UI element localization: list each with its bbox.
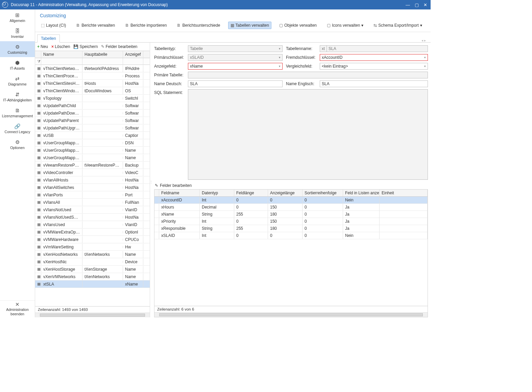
lbl-tablename: Tabellenname:	[286, 46, 316, 51]
fields-header: Feldname Datentyp Feldlänge Anzeigelänge…	[154, 190, 428, 197]
table-row[interactable]: ▦vThinClientWindowsDo...tDocuWindowsOS	[35, 87, 150, 95]
toolbar-tabellen-verwalten[interactable]: ▦Tabellen verwalten	[228, 22, 271, 29]
name-de-field[interactable]: SLA	[188, 80, 283, 87]
toolbar-schema-export-import[interactable]: ⇆Schema Export/Import ▾	[371, 22, 424, 29]
chevron-down-icon: ▾	[361, 23, 363, 28]
sql-textarea[interactable]	[188, 89, 428, 180]
col-name[interactable]: Name	[41, 51, 82, 58]
save-button[interactable]: 💾Speichern	[73, 44, 98, 49]
field-row[interactable]: xHoursDecimal01500Ja	[154, 204, 428, 211]
table-row[interactable]: ▦vXenVMNetworkstXenNetworksName	[35, 273, 150, 280]
delete-button[interactable]: ×Löschen	[51, 44, 70, 49]
minimize-button[interactable]: —	[406, 2, 410, 7]
tab-tabellen[interactable]: Tabellen	[37, 34, 60, 43]
table-row[interactable]: ▦vUpdatePathDowngradeSoftwar	[35, 109, 150, 117]
tablename-field[interactable]: xtSLA	[320, 45, 428, 52]
prim-field[interactable]	[188, 72, 428, 78]
table-row[interactable]: ▦vVeeamRestorePointtVeeamRestorePointBac…	[35, 162, 150, 169]
splitter[interactable]	[150, 43, 151, 317]
sidebar-item-it-assets[interactable]: ⬢IT-Assets	[0, 57, 35, 73]
sidebar-item-allgemein[interactable]: ⊞Allgemein	[0, 9, 35, 25]
sidebar-item-optionen[interactable]: ⚙Optionen	[0, 137, 35, 152]
table-row[interactable]: ▦vXenHostNetworkstXenNetworksName	[35, 251, 150, 258]
tables-header: Name Haupttabelle Anzeigef	[35, 51, 150, 58]
table-icon: ▦	[35, 281, 41, 287]
name-en-field[interactable]: SLA	[320, 80, 428, 87]
edit-fields-button[interactable]: ✎Felder bearbeiten	[101, 44, 137, 49]
type-select[interactable]: Tabelle▾	[188, 45, 283, 52]
tables-body[interactable]: ▦vThinClientNetworkIPtNetworkIPAddressIP…	[35, 65, 150, 306]
table-row[interactable]: ▦vUserGroupMappingsF...Name	[35, 154, 150, 162]
table-row[interactable]: ▦vVmWareSettingHw	[35, 243, 150, 251]
maximize-button[interactable]: ▢	[415, 2, 419, 7]
edit-fields-link[interactable]: ✎ Felder bearbeiten	[154, 180, 428, 189]
col-main[interactable]: Haupttabelle	[82, 51, 123, 58]
field-row[interactable]: xResponsibleString2551800Ja	[154, 225, 428, 232]
toolbar-icon: ⇆	[373, 23, 377, 28]
table-row[interactable]: ▦vVMWareExtraOptionsOptionI	[35, 228, 150, 236]
fields-body[interactable]: xAccountIDInt000NeinxHoursDecimal01500Ja…	[154, 197, 428, 306]
pk-select[interactable]: xSLAID▾	[188, 54, 283, 61]
table-row[interactable]: ▦vVlansNotUsedSwitchesHostNa	[35, 214, 150, 221]
table-row[interactable]: ▦vVlansAllFullNan	[35, 199, 150, 206]
field-row[interactable]: xPriorityInt01500Ja	[154, 218, 428, 225]
table-row[interactable]: ▦vVlanPortsPort	[35, 191, 150, 199]
table-row[interactable]: ▦vXenHostStoragetXenStorageName	[35, 266, 150, 273]
sidebar-item-it-abhängigkeiten[interactable]: ⇵IT-Abhängigkeiten	[0, 89, 35, 105]
sidebar-item-inventar[interactable]: 🗄Inventar	[0, 25, 35, 41]
table-row[interactable]: ▦vVlansUsedVlanID	[35, 221, 150, 228]
disp-select[interactable]: xName▾	[188, 63, 283, 70]
table-row[interactable]: ▦vVMWareHardwareCPUCo	[35, 236, 150, 243]
sidebar-close[interactable]: ✕ Administration beenden	[0, 300, 35, 317]
fk-select[interactable]: xAccountID▾	[320, 54, 428, 61]
col-disp[interactable]: Anzeigef	[123, 51, 143, 58]
table-row[interactable]: ▦vUserGroupMappingD...DSN	[35, 139, 150, 147]
toolbar-berichtsunterschiede[interactable]: 🗎Berichtsunterschiede	[174, 22, 222, 29]
table-row[interactable]: ▦vThinClientSitesHoststHostsHostNa	[35, 80, 150, 87]
field-row[interactable]: xNameString2551800Ja	[154, 211, 428, 218]
sidebar-item-diagramme[interactable]: ⇄Diagramme	[0, 73, 35, 89]
table-row[interactable]: ▦vVlansNotUsedVlanID	[35, 206, 150, 214]
table-icon: ▦	[35, 80, 41, 87]
toolbar-objekte-verwalten[interactable]: ▢Objekte verwalten	[277, 22, 319, 29]
field-row[interactable]: xAccountIDInt000Nein	[154, 197, 428, 204]
h-scrollbar[interactable]	[35, 313, 150, 317]
sidebar-item-connect legacy[interactable]: 🔗Connect Legacy	[0, 121, 35, 137]
cmp-select[interactable]: <kein Eintrag>▾	[320, 63, 428, 70]
close-button[interactable]: ✕	[424, 2, 427, 7]
table-row[interactable]: ▦xtSLAxName	[35, 280, 150, 288]
table-row[interactable]: ▦vVlanAllSwitchesHostNa	[35, 184, 150, 191]
table-row[interactable]: ▦vUpdatePathChildSoftwar	[35, 102, 150, 109]
table-row[interactable]: ▦vThinClientProcessorProcess	[35, 72, 150, 80]
sidebar-item-lizenzmanagement[interactable]: 🗎Lizenzmanagement	[0, 105, 35, 121]
table-row[interactable]: ▦vUpdatePathUpgradeSoftwar	[35, 124, 150, 132]
sidebar-icon: ⇄	[15, 76, 20, 81]
filter-icon: ⧩	[35, 58, 41, 65]
table-row[interactable]: ▦vVlanAllHostsHostNa	[35, 176, 150, 184]
table-row[interactable]: ▦vVideoControllerVideoC	[35, 169, 150, 176]
toolbar-berichte-verwalten[interactable]: 🗎Berichte verwalten	[74, 22, 117, 29]
table-row[interactable]: ▦vUSBCaptior	[35, 132, 150, 139]
table-icon: ▦	[35, 251, 41, 258]
table-row[interactable]: ▦vUpdatePathParentSoftwar	[35, 117, 150, 124]
h-scrollbar[interactable]	[154, 312, 428, 317]
new-button[interactable]: +Neu	[37, 44, 48, 49]
table-row[interactable]: ▦vUserGroupMappingsName	[35, 147, 150, 154]
sidebar-item-customizing[interactable]: ⚙Customizing	[0, 41, 35, 57]
filter-row[interactable]: ⧩	[35, 58, 150, 65]
toolbar-icons-verwalten[interactable]: ▢Icons verwalten ▾	[324, 22, 366, 29]
page-heading: Customizing	[35, 9, 431, 20]
table-row[interactable]: ▦vTopologySwitchI	[35, 95, 150, 102]
table-icon: ▦	[35, 102, 41, 109]
tables-pane: +Neu ×Löschen 💾Speichern ✎Felder bearbei…	[35, 43, 150, 317]
tab-nav[interactable]: ◂ ▸	[421, 39, 429, 42]
table-icon: ▦	[35, 259, 41, 265]
table-row[interactable]: ▦vXenHostNicDevice	[35, 258, 150, 266]
table-icon: ▦	[35, 199, 41, 205]
toolbar-icon: 🗎	[125, 23, 129, 28]
x-icon: ×	[51, 44, 54, 49]
toolbar-layout-ci-[interactable]: ⬚Layout (CI)	[39, 22, 68, 29]
table-row[interactable]: ▦vThinClientNetworkIPtNetworkIPAddressIP…	[35, 65, 150, 72]
field-row[interactable]: xSLAIDInt000Nein	[154, 232, 428, 239]
toolbar-berichte-importieren[interactable]: 🗎Berichte importieren	[123, 22, 169, 29]
